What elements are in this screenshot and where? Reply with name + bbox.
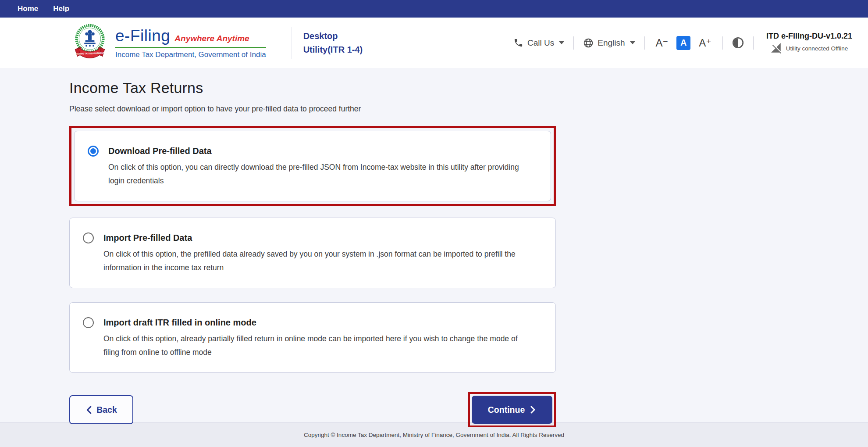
action-buttons-row: Back Continue bbox=[69, 392, 556, 427]
menu-help[interactable]: Help bbox=[53, 4, 69, 13]
utility-title: Desktop Utility(ITR 1-4) bbox=[303, 29, 363, 57]
option-description: On click of this option, already partial… bbox=[103, 332, 535, 359]
font-increase-button[interactable]: A⁺ bbox=[697, 37, 713, 49]
page-subtitle: Please select download or import option … bbox=[69, 104, 868, 114]
connection-status-row: Utility connected Offline bbox=[771, 43, 848, 54]
option-card-download-prefilled[interactable]: Download Pre-filled Data On click of thi… bbox=[74, 131, 551, 201]
font-default-button[interactable]: A bbox=[676, 36, 690, 50]
divider bbox=[644, 36, 645, 50]
option-text-block: Import Pre-filled Data On click of this … bbox=[103, 231, 535, 275]
chevron-down-icon bbox=[559, 41, 564, 44]
call-us-dropdown[interactable]: Call Us bbox=[513, 38, 564, 48]
phone-icon bbox=[513, 38, 523, 48]
back-button-label: Back bbox=[96, 405, 117, 415]
continue-button[interactable]: Continue bbox=[472, 396, 552, 424]
option-card-import-draft[interactable]: Import draft ITR filled in online mode O… bbox=[69, 302, 556, 373]
contrast-toggle-icon[interactable] bbox=[732, 37, 744, 49]
option-label: Import Pre-filled Data bbox=[103, 231, 535, 244]
option-description: On click of this option, you can directl… bbox=[108, 161, 535, 188]
language-dropdown[interactable]: English bbox=[583, 38, 635, 48]
font-decrease-button[interactable]: A⁻ bbox=[654, 37, 670, 49]
divider bbox=[573, 36, 574, 50]
option-label: Download Pre-filled Data bbox=[108, 144, 535, 157]
radio-dot bbox=[90, 148, 96, 154]
copyright-text: Copyright © Income Tax Department, Minis… bbox=[304, 432, 564, 438]
chevron-right-icon bbox=[530, 406, 536, 414]
income-tax-emblem-logo: INCOME TAX DEPARTMENT bbox=[72, 22, 107, 64]
brand-tagline: Anywhere Anytime bbox=[174, 34, 249, 43]
chevron-left-icon bbox=[85, 406, 92, 414]
globe-icon bbox=[583, 38, 594, 48]
option-list: Download Pre-filled Data On click of thi… bbox=[69, 126, 556, 373]
language-label: English bbox=[598, 38, 625, 48]
continue-button-label: Continue bbox=[488, 405, 525, 415]
radio-download-prefilled[interactable] bbox=[88, 146, 99, 157]
call-us-label: Call Us bbox=[527, 38, 554, 48]
page-title: Income Tax Returns bbox=[69, 79, 868, 97]
divider bbox=[722, 36, 723, 50]
efiling-wordmark: e-Filing Anywhere Anytime Income Tax Dep… bbox=[115, 27, 266, 59]
brand-name: e-Filing bbox=[115, 27, 170, 45]
main-content: Income Tax Returns Please select downloa… bbox=[0, 68, 868, 422]
brand-block: INCOME TAX DEPARTMENT e-Filing Anywhere … bbox=[72, 22, 266, 64]
divider bbox=[753, 36, 754, 50]
brand-subtitle: Income Tax Department, Government of Ind… bbox=[115, 50, 266, 59]
header-actions: Call Us English A⁻ A A⁺ ITD e-Filing-DU- bbox=[513, 32, 852, 54]
back-button[interactable]: Back bbox=[69, 395, 133, 424]
network-off-icon bbox=[771, 43, 782, 54]
header-divider bbox=[292, 27, 292, 59]
version-label: ITD e-Filing-DU-v1.0.21 bbox=[766, 32, 852, 41]
option-description: On click of this option, the prefilled d… bbox=[103, 247, 535, 275]
version-block: ITD e-Filing-DU-v1.0.21 Utility connecte… bbox=[766, 32, 852, 54]
menu-home[interactable]: Home bbox=[18, 4, 38, 13]
app-header: INCOME TAX DEPARTMENT e-Filing Anywhere … bbox=[0, 18, 868, 68]
brand-row: e-Filing Anywhere Anytime bbox=[115, 27, 266, 48]
radio-import-draft[interactable] bbox=[83, 317, 94, 328]
page-footer: Copyright © Income Tax Department, Minis… bbox=[0, 422, 868, 447]
chevron-down-icon bbox=[630, 41, 635, 44]
option-card-import-prefilled[interactable]: Import Pre-filled Data On click of this … bbox=[69, 218, 556, 288]
top-menubar: Home Help bbox=[0, 0, 868, 18]
utility-title-line1: Desktop bbox=[303, 29, 363, 43]
highlight-annotation-box: Download Pre-filled Data On click of thi… bbox=[69, 126, 556, 206]
radio-import-prefilled[interactable] bbox=[83, 232, 94, 243]
highlight-annotation-box: Continue bbox=[468, 392, 556, 427]
utility-title-line2: Utility(ITR 1-4) bbox=[303, 43, 363, 57]
connection-status: Utility connected Offline bbox=[786, 45, 848, 52]
option-label: Import draft ITR filled in online mode bbox=[103, 316, 535, 329]
option-text-block: Import draft ITR filled in online mode O… bbox=[103, 316, 535, 359]
option-text-block: Download Pre-filled Data On click of thi… bbox=[108, 144, 535, 188]
